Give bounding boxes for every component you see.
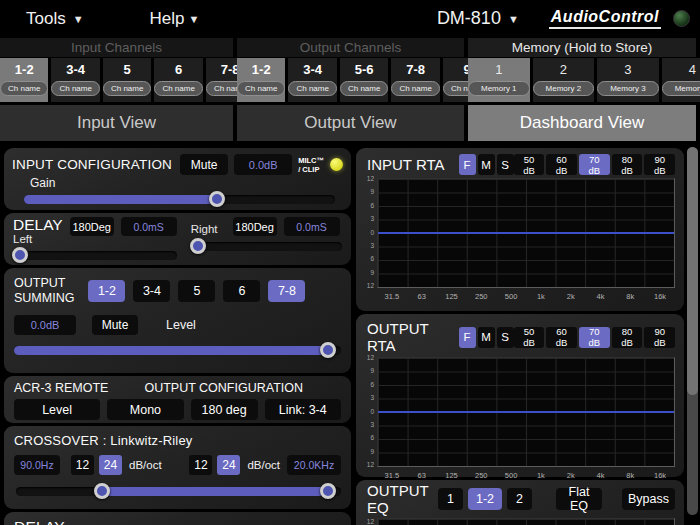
tab-input-view[interactable]: Input View [0,105,233,141]
rta-60db-button[interactable]: 60 dB [546,327,577,348]
high-slope-24-button[interactable]: 24 [217,455,240,475]
summing-level-slider[interactable] [14,343,341,358]
delay-right-half: Right 180Deg 0.0mS [191,217,342,261]
rta-medium-button[interactable]: M [478,327,495,348]
channel-name-pill[interactable]: Ch name [51,81,99,96]
delay-left-phase-button[interactable]: 180Deg [70,217,114,236]
slider-low-thumb[interactable] [94,483,110,499]
delay-left-slider[interactable] [13,248,177,261]
rta-50db-button[interactable]: 50 dB [514,154,545,175]
rta-slow-button[interactable]: S [497,154,514,175]
tools-menu[interactable]: Tools ▼ [26,9,84,29]
link-button[interactable]: Link: 3-4 [265,399,342,420]
summing-channel-7-8[interactable]: 7-8 [268,280,305,302]
summing-level-value[interactable]: 0.0dB [14,315,76,335]
tab-dashboard-view[interactable]: Dashboard View [468,105,696,141]
rta-80db-button[interactable]: 80 dB [612,154,643,175]
channel-name-pill[interactable]: Ch name [103,81,151,96]
rta-60db-button[interactable]: 60 dB [546,154,577,175]
memory-title: Memory (Hold to Store) [468,38,696,57]
output-channel-tab-5-6[interactable]: 5-6 Ch name [340,58,388,102]
memory-name-pill[interactable]: Memory 3 [597,81,659,96]
brand-logo: AudioControl [549,8,661,29]
acr-level-button[interactable]: Level [14,399,100,420]
slider-thumb[interactable] [12,247,28,263]
input-channel-tab-3-4[interactable]: 3-4 Ch name [51,58,99,102]
rta-90db-button[interactable]: 90 dB [644,327,675,348]
channel-name-pill[interactable]: Ch name [0,81,48,96]
rta-90db-button[interactable]: 90 dB [644,154,675,175]
clip-label: / CLIP [298,165,319,174]
channel-name-pill[interactable]: Ch name [391,81,439,96]
scrollbar-thumb[interactable] [687,147,698,395]
channel-name-pill[interactable]: Ch name [288,81,336,96]
slope-unit-label: dB/oct [247,459,280,471]
chevron-down-icon: ▼ [508,13,519,25]
memory-name-pill[interactable]: Memory 2 [533,81,595,96]
crossover-range-slider[interactable] [16,484,341,499]
summing-channel-3-4[interactable]: 3-4 [133,280,170,302]
help-menu[interactable]: Help ▼ [150,9,200,29]
device-selector[interactable]: DM-810 ▼ [437,8,519,29]
crossover-high-freq-value[interactable]: 20.0KHz [287,455,341,475]
rta-50db-button[interactable]: 50 dB [514,327,545,348]
chevron-down-icon: ▼ [189,13,200,25]
low-slope-24-button[interactable]: 24 [99,455,122,475]
output-eq-graph [377,518,675,525]
channel-name-pill[interactable]: Ch name [237,81,285,96]
delay-left-time-value[interactable]: 0.0mS [121,217,177,236]
input-channel-tab-5[interactable]: 5 Ch name [103,58,151,102]
memory-name-pill[interactable]: Memory 1 [468,81,530,96]
crossover-low-freq-value[interactable]: 90.0Hz [14,455,60,475]
rta-slow-button[interactable]: S [497,327,514,348]
rta-medium-button[interactable]: M [478,154,495,175]
memory-name-pill[interactable]: Memory 4 [662,81,700,96]
delay-right-slider[interactable] [191,239,342,254]
summing-channel-6[interactable]: 6 [223,280,260,302]
slider-high-thumb[interactable] [320,483,336,499]
slider-thumb[interactable] [320,342,336,358]
eq-channel-1-button[interactable]: 1 [438,488,463,510]
slider-track[interactable] [191,242,342,251]
slider-thumb[interactable] [190,238,206,254]
slider-track[interactable] [13,251,177,260]
channel-name-pill[interactable]: Ch name [154,81,202,96]
tab-output-view[interactable]: Output View [237,105,464,141]
chevron-down-icon: ▼ [73,13,84,25]
summing-mute-button[interactable]: Mute [92,315,138,335]
mono-button[interactable]: Mono [107,399,184,420]
phase-180-button[interactable]: 180 deg [191,399,258,420]
eq-channel-2-button[interactable]: 2 [507,488,532,510]
summing-channel-5[interactable]: 5 [178,280,215,302]
gain-slider[interactable] [24,192,335,207]
output-channel-tab-3-4[interactable]: 3-4 Ch name [288,58,336,102]
input-channel-tab-6[interactable]: 6 Ch name [154,58,202,102]
output-channel-tab-1-2[interactable]: 1-2 Ch name [237,58,285,102]
rta-70db-button[interactable]: 70 dB [579,154,610,175]
delay-right-phase-button[interactable]: 180Deg [233,217,277,236]
rta-70db-button[interactable]: 70 dB [579,327,610,348]
channel-name-pill[interactable]: Ch name [340,81,388,96]
input-mute-button[interactable]: Mute [180,154,228,175]
memory-slot-4[interactable]: 4 Memory 4 [662,58,700,102]
rta-x-axis: 31.563 125250 5001k 2k4k 8k16k [377,292,675,301]
input-level-value[interactable]: 0.0dB [234,154,292,175]
output-configuration-title: OUTPUT CONFIGURATION [144,381,303,395]
high-slope-12-button[interactable]: 12 [189,455,212,475]
flat-eq-button[interactable]: Flat EQ [556,488,602,510]
slider-thumb[interactable] [209,191,225,207]
memory-slot-1[interactable]: 1 Memory 1 [468,58,530,102]
bypass-button[interactable]: Bypass [622,488,675,510]
eq-channel-1-2-button[interactable]: 1-2 [468,488,502,510]
memory-slot-3[interactable]: 3 Memory 3 [597,58,659,102]
low-slope-12-button[interactable]: 12 [71,455,94,475]
memory-slot-2[interactable]: 2 Memory 2 [533,58,595,102]
rta-80db-button[interactable]: 80 dB [612,327,643,348]
input-channel-tab-1-2[interactable]: 1-2 Ch name [0,58,48,102]
delay-right-time-value[interactable]: 0.0mS [284,217,340,236]
rta-fast-button[interactable]: F [459,154,476,175]
summing-channel-1-2[interactable]: 1-2 [88,280,125,302]
rta-fast-button[interactable]: F [459,327,476,348]
output-channel-tab-7-8[interactable]: 7-8 Ch name [391,58,439,102]
vertical-scrollbar[interactable] [687,147,698,515]
